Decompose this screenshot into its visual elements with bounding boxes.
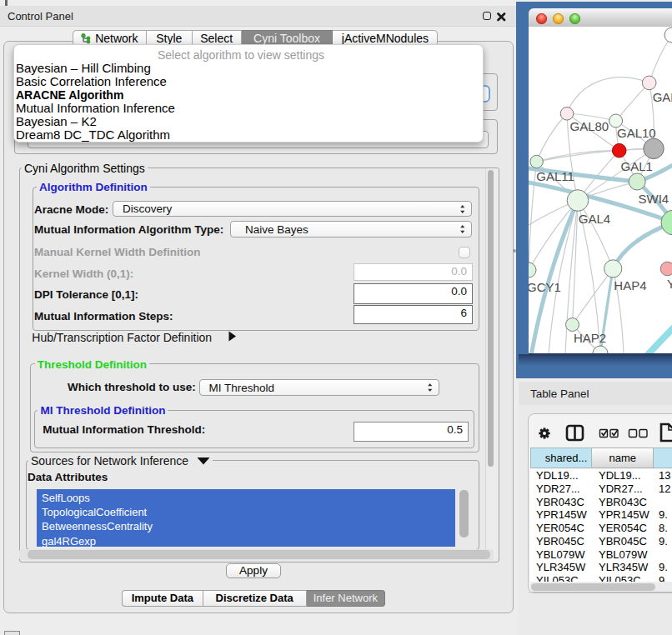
svg-text:YJ: YJ — [667, 277, 672, 291]
svg-text:GCY1: GCY1 — [529, 279, 561, 293]
svg-text:GAL1: GAL1 — [621, 159, 653, 173]
svg-text:GAL11: GAL11 — [536, 169, 574, 183]
svg-text:GAL7: GAL7 — [653, 89, 672, 103]
svg-text:HAP4: HAP4 — [614, 278, 646, 292]
svg-text:GAL80: GAL80 — [570, 119, 609, 133]
svg-text:HAP2: HAP2 — [574, 331, 606, 345]
svg-text:SWI4: SWI4 — [639, 191, 669, 205]
svg-text:GAL4: GAL4 — [579, 212, 610, 226]
svg-text:GAL10: GAL10 — [617, 125, 656, 139]
